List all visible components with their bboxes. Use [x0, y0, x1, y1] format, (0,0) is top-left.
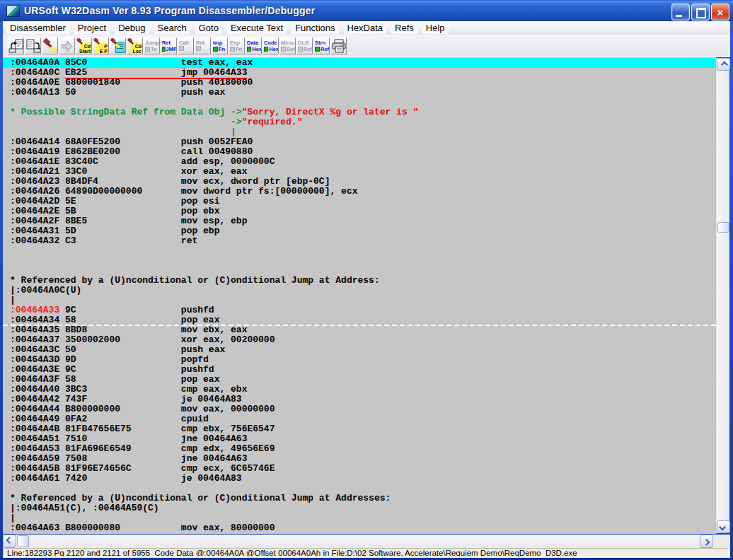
- menu-item-execute-text[interactable]: Execute Text: [227, 22, 287, 34]
- jump-to-button[interactable]: JumpTo: [144, 37, 160, 54]
- menu-item-goto[interactable]: Goto: [195, 22, 222, 34]
- goto-code-location-button[interactable]: CdLoc: [127, 37, 143, 54]
- disasm-line[interactable]: :00464A26 64890D00000000 mov dword ptr f…: [3, 187, 716, 197]
- disasm-line[interactable]: :00464A40 3BC3 cmp eax, ebx: [3, 385, 716, 395]
- menu-ref-button[interactable]: MenuRef: [279, 37, 296, 54]
- minimize-button[interactable]: [671, 4, 690, 21]
- disasm-line[interactable]: :00464A49 0FA2 cpuid: [3, 414, 716, 424]
- disasm-line[interactable]: :00464A51 7510 jne 00464A63: [3, 434, 716, 444]
- disasm-line[interactable]: :00464A1E 83C40C add esp, 0000000C: [3, 157, 716, 167]
- scroll-up-button[interactable]: [717, 58, 730, 71]
- code-hex-button[interactable]: CodeHex: [262, 37, 279, 54]
- disasm-line[interactable]: :00464A4B 81FB47656E75 cmp ebx, 756E6547: [3, 424, 716, 434]
- app-icon: [6, 5, 20, 17]
- window-title: URSoft W32Dasm Ver 8.93 Program Disassem…: [24, 5, 315, 16]
- disasm-line[interactable]: |: [3, 513, 716, 523]
- disassemble-open-button[interactable]: [8, 37, 24, 54]
- disassembly-view[interactable]: :00464A0A 85C0 test eax, eax:00464A0C EB…: [3, 57, 716, 534]
- menu-item-refs[interactable]: Refs: [391, 22, 417, 34]
- print-button[interactable]: [330, 37, 347, 54]
- return-from-jump-button[interactable]: RetJMP: [161, 37, 177, 54]
- disasm-line[interactable]: :00464A63 B800000080 mov eax, 80000000: [3, 523, 716, 533]
- disasm-line[interactable]: :00464A32 C3 ret: [3, 236, 716, 246]
- disasm-line[interactable]: [3, 484, 716, 494]
- disasm-line[interactable]: :00464A0C EB25 jmp 00464A33: [3, 68, 716, 78]
- close-button[interactable]: ×: [711, 4, 729, 21]
- string-ref-button[interactable]: StrnRef: [313, 37, 330, 54]
- disasm-line[interactable]: * Possible StringData Ref from Data Obj …: [3, 107, 716, 117]
- disasm-line[interactable]: [3, 98, 716, 107]
- disasm-line[interactable]: :00464A34 58 pop eax: [3, 315, 716, 325]
- call-button[interactable]: Call: [178, 37, 194, 54]
- export-fn-button[interactable]: ExpFn: [229, 37, 245, 54]
- goto-code-start-button[interactable]: CdStart: [76, 37, 92, 54]
- scroll-left-button[interactable]: [3, 535, 16, 548]
- disasm-line[interactable]: |:00464A51(C), :00464A59(C): [3, 503, 716, 513]
- find-text-button[interactable]: [42, 37, 58, 54]
- menu-item-functions[interactable]: Functions: [292, 22, 338, 34]
- disasm-line[interactable]: :00464A3D 9D popfd: [3, 355, 716, 365]
- disasm-line[interactable]: :00464A44 B800000000 mov eax, 00000000: [3, 404, 716, 414]
- dlg-ref-button[interactable]: DLGRef: [296, 37, 313, 54]
- disasm-line[interactable]: :00464A3C 50 push eax: [3, 345, 716, 355]
- goto-entry-point-button[interactable]: PE P: [93, 37, 109, 54]
- disasm-line[interactable]: ->"required.": [3, 117, 716, 127]
- project-save-button[interactable]: [25, 37, 41, 54]
- menu-item-search[interactable]: Search: [154, 22, 190, 34]
- disasm-line[interactable]: :00464A2F 8BE5 mov esp, ebp: [3, 216, 716, 226]
- horizontal-scrollbar[interactable]: [3, 535, 713, 548]
- disasm-line[interactable]: :00464A14 68A0FE5200 push 0052FEA0: [3, 137, 716, 147]
- disasm-line[interactable]: :00464A61 7420 je 00464A83: [3, 474, 716, 484]
- disasm-line[interactable]: [3, 256, 716, 266]
- scroll-right-button[interactable]: [700, 535, 713, 548]
- disasm-line[interactable]: :00464A21 33C0 xor eax, eax: [3, 167, 716, 177]
- disasm-line[interactable]: :00464A0E 6800001840 push 40180000: [3, 78, 716, 88]
- goto-arrow-button[interactable]: [59, 37, 75, 54]
- vertical-scrollbar[interactable]: [716, 58, 729, 533]
- disasm-line[interactable]: [3, 246, 716, 256]
- status-text: Line:182293 Pg 2120 and 2121 of 5955 Cod…: [4, 548, 729, 557]
- disasm-line[interactable]: :00464A42 743F je 00464A83: [3, 395, 716, 404]
- disasm-line[interactable]: :00464A13 50 push eax: [3, 88, 716, 98]
- disasm-line[interactable]: :00464A23 8B4DF4 mov ecx, dword ptr [ebp…: [3, 177, 716, 187]
- disasm-line[interactable]: :00464A59 7508 jne 00464A63: [3, 454, 716, 464]
- disasm-line[interactable]: :00464A33 9C pushfd: [3, 305, 716, 315]
- disasm-line[interactable]: :00464A5B 81F96E74656C cmp ecx, 6C65746E: [3, 464, 716, 474]
- menu-item-disassembler[interactable]: Disassembler: [6, 22, 69, 34]
- disasm-line[interactable]: [3, 266, 716, 276]
- return-button[interactable]: Ret: [195, 37, 211, 54]
- menu-item-hexdata[interactable]: HexData: [344, 22, 387, 34]
- disasm-line[interactable]: :00464A3E 9C pushfd: [3, 365, 716, 375]
- disasm-line[interactable]: :00464A2E 5B pop ebx: [3, 206, 716, 216]
- maximize-icon: [696, 8, 706, 18]
- disasm-line[interactable]: :00464A3F 58 pop eax: [3, 375, 716, 385]
- import-list-button[interactable]: [110, 37, 126, 54]
- doc-open-icon: [8, 38, 24, 54]
- disasm-line[interactable]: :00464A35 8BD8 mov ebx, eax: [3, 325, 716, 335]
- disasm-line[interactable]: * Referenced by a (U)nconditional or (C)…: [3, 494, 716, 503]
- disasm-line[interactable]: |: [3, 127, 716, 137]
- status-bar: Line:182293 Pg 2120 and 2121 of 5955 Cod…: [3, 548, 730, 558]
- menu-item-help[interactable]: Help: [422, 22, 449, 34]
- indicator-square-icon: [145, 47, 150, 52]
- window-controls: ×: [671, 4, 729, 21]
- flashlight-icon: [110, 38, 126, 54]
- disasm-line[interactable]: :00464A53 81FA696E6549 cmp edx, 49656E69: [3, 444, 716, 454]
- vertical-scroll-thumb[interactable]: [717, 222, 729, 233]
- scroll-down-button[interactable]: [717, 520, 730, 533]
- disasm-line[interactable]: * Referenced by a (U)nconditional or (C)…: [3, 276, 716, 286]
- indicator-square-icon: [162, 47, 166, 52]
- import-fn-button[interactable]: ImpFn: [212, 37, 228, 54]
- disasm-line[interactable]: :00464A37 3500002000 xor eax, 00200000: [3, 335, 716, 345]
- menu-item-debug[interactable]: Debug: [115, 22, 149, 34]
- disasm-line[interactable]: :00464A2D 5E pop esi: [3, 197, 716, 206]
- data-hex-button[interactable]: DataHex: [246, 37, 262, 54]
- horizontal-scroll-thumb[interactable]: [17, 535, 29, 547]
- disasm-line[interactable]: :00464A31 5D pop ebp: [3, 226, 716, 236]
- maximize-button[interactable]: [691, 4, 710, 21]
- menu-item-project[interactable]: Project: [74, 22, 110, 34]
- disasm-line[interactable]: :00464A0A 85C0 test eax, eax: [3, 58, 716, 68]
- disasm-line[interactable]: |: [3, 296, 716, 305]
- disasm-line[interactable]: |:00464A0C(U): [3, 286, 716, 296]
- disasm-line[interactable]: :00464A19 E862BE0200 call 00490880: [3, 147, 716, 157]
